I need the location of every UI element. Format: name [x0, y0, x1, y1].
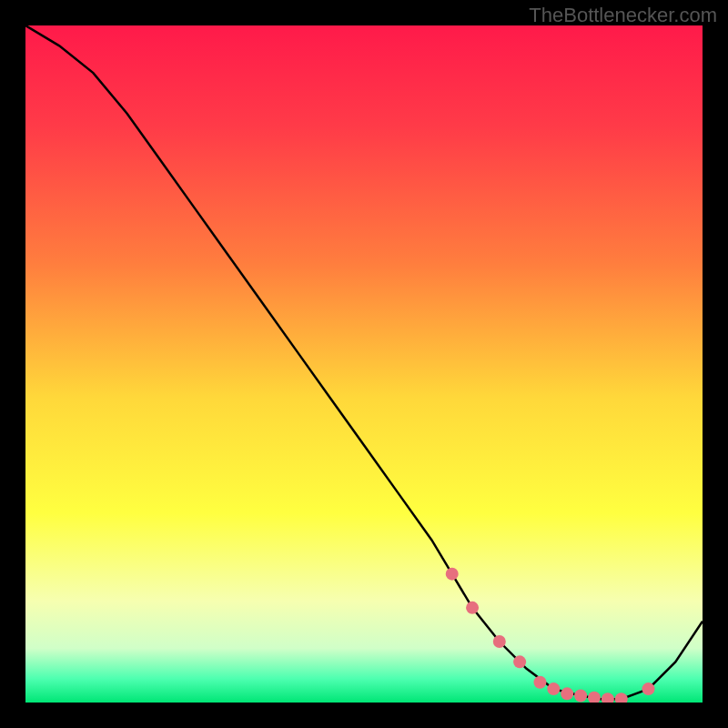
chart-svg — [25, 25, 703, 703]
marker-dot — [513, 655, 526, 668]
marker-dot — [561, 687, 573, 700]
chart-container: TheBottlenecker.com — [0, 0, 728, 728]
marker-dot — [493, 635, 506, 648]
watermark-text: TheBottlenecker.com — [529, 4, 717, 27]
marker-dot — [466, 602, 479, 614]
gradient-background — [25, 25, 703, 703]
marker-dot — [533, 676, 546, 689]
marker-dot — [446, 568, 459, 581]
plot-area — [25, 25, 703, 703]
marker-dot — [642, 682, 654, 695]
marker-dot — [547, 682, 560, 695]
marker-dot — [574, 690, 587, 703]
